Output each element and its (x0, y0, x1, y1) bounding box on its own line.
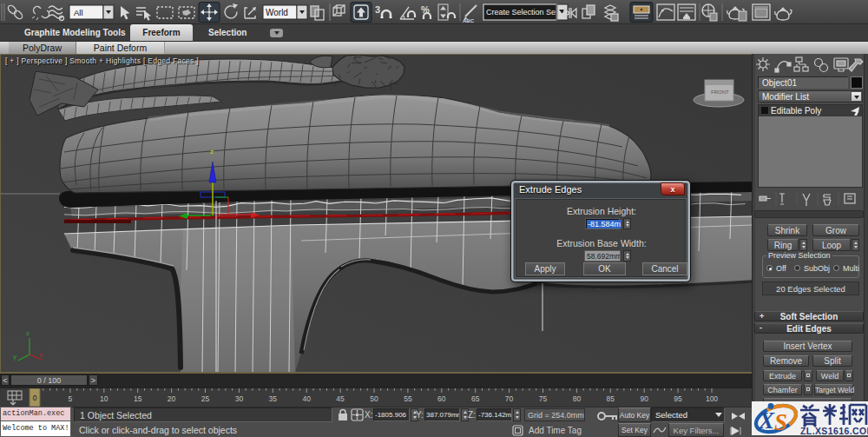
svg-text:95: 95 (674, 394, 682, 403)
svg-text:100: 100 (706, 394, 718, 403)
svg-text:20: 20 (168, 394, 176, 403)
svg-text:ABC: ABC (463, 18, 475, 23)
svg-text:45: 45 (336, 394, 345, 403)
svg-text:40: 40 (302, 394, 311, 403)
svg-text:All: All (74, 8, 83, 17)
svg-text:15: 15 (134, 394, 142, 403)
svg-text:50: 50 (370, 394, 378, 403)
svg-text:75: 75 (539, 394, 548, 403)
svg-text:90: 90 (640, 394, 648, 403)
svg-text:65: 65 (471, 394, 480, 403)
svg-text:80: 80 (573, 394, 582, 403)
svg-text:y: y (13, 353, 16, 361)
svg-text:World: World (266, 8, 288, 17)
svg-text:z: z (26, 329, 30, 337)
svg-text:z: z (210, 148, 214, 156)
svg-text:55: 55 (404, 394, 412, 403)
svg-text:10: 10 (100, 394, 108, 403)
svg-text:FRONT: FRONT (711, 89, 729, 95)
svg-text:S: S (774, 409, 787, 435)
svg-text:30: 30 (235, 394, 244, 403)
svg-text:x: x (39, 351, 43, 359)
svg-text:0: 0 (33, 394, 37, 402)
svg-text:85: 85 (607, 394, 615, 403)
svg-text:25: 25 (201, 394, 210, 403)
svg-text:35: 35 (269, 394, 278, 403)
svg-text:70: 70 (505, 394, 514, 403)
svg-text:Create Selection Se: Create Selection Se (486, 8, 556, 17)
svg-text:ZL.XS1616.COM: ZL.XS1616.COM (800, 426, 868, 436)
svg-text:60: 60 (437, 394, 446, 403)
svg-text:X: X (758, 407, 775, 434)
svg-text:5: 5 (69, 394, 73, 403)
svg-text:3: 3 (375, 4, 380, 15)
